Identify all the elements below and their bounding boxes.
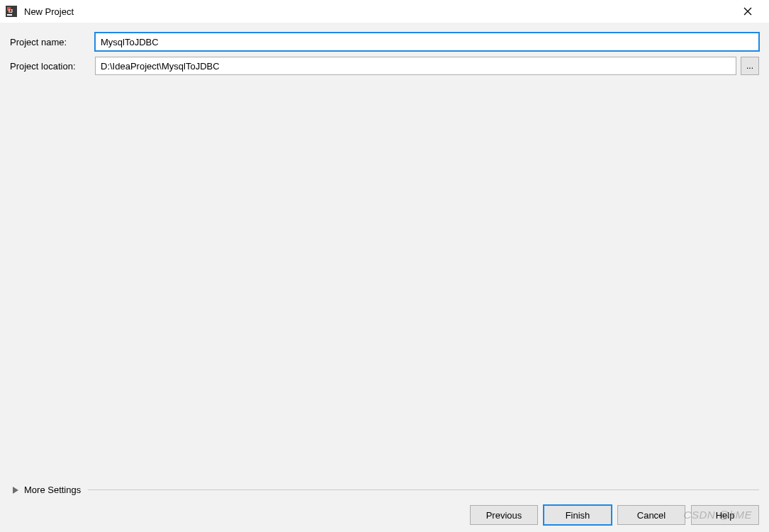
previous-button[interactable]: Previous [470, 505, 538, 525]
more-settings-toggle[interactable]: More Settings [10, 485, 759, 495]
expand-icon [13, 487, 18, 494]
browse-button[interactable]: ... [741, 57, 759, 75]
separator-line [88, 489, 759, 490]
svg-marker-6 [13, 487, 18, 494]
app-icon: IJ [6, 6, 17, 17]
more-settings-label: More Settings [24, 485, 81, 495]
project-name-input[interactable] [95, 33, 759, 51]
project-name-row: Project name: [10, 33, 759, 51]
title-bar: IJ New Project [0, 0, 769, 23]
project-location-label: Project location: [10, 61, 95, 72]
button-bar: Previous Finish Cancel Help [10, 505, 759, 525]
svg-rect-2 [7, 14, 12, 16]
help-button[interactable]: Help [691, 505, 759, 525]
close-button[interactable] [732, 0, 763, 23]
finish-button[interactable]: Finish [544, 505, 612, 525]
project-location-input[interactable] [95, 57, 736, 75]
svg-text:IJ: IJ [9, 9, 13, 13]
project-location-row: Project location: ... [10, 57, 759, 75]
cancel-button[interactable]: Cancel [617, 505, 685, 525]
project-name-label: Project name: [10, 37, 95, 47]
window-title: New Project [24, 6, 732, 17]
content-area: Project name: Project location: ... [0, 23, 769, 75]
